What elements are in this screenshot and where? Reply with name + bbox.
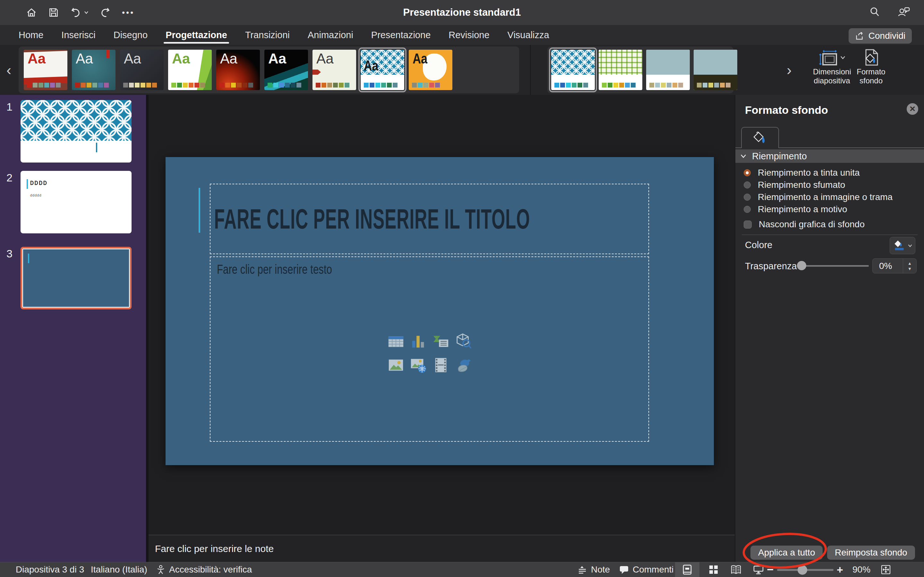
- fill-tab[interactable]: [741, 127, 779, 148]
- home-icon[interactable]: [26, 7, 37, 18]
- theme-aa-label: Aa: [268, 52, 286, 66]
- undo-icon[interactable]: [70, 7, 89, 18]
- slide-thumbnail-2[interactable]: DDDD ddddd: [21, 171, 132, 234]
- notes-toggle[interactable]: Note: [577, 564, 610, 575]
- slide-thumbnail-1[interactable]: [21, 100, 132, 163]
- transparency-value: 0%: [873, 261, 903, 271]
- insert-picture-icon[interactable]: [387, 356, 405, 374]
- fill-option-1[interactable]: Riempimento a tinta unita: [744, 167, 893, 179]
- normal-view-button[interactable]: [675, 562, 699, 577]
- fill-option-3[interactable]: Riempimento a immagine o trama: [744, 191, 893, 203]
- tab-animazioni[interactable]: Animazioni: [299, 25, 362, 45]
- theme-thumbnail-1[interactable]: Aa: [24, 50, 67, 90]
- theme-thumbnail-2[interactable]: Aa: [72, 50, 115, 90]
- tab-home[interactable]: Home: [10, 25, 52, 45]
- variant-thumbnail-4[interactable]: [694, 50, 737, 90]
- fill-option-4[interactable]: Riempimento a motivo: [744, 203, 893, 215]
- content-placeholder[interactable]: Fare clic per inserire testo: [210, 256, 649, 442]
- editing-canvas: FARE CLIC PER INSERIRE IL TITOLO Fare cl…: [149, 95, 735, 535]
- format-background-panel: Formato sfondo ✕ Riempimento Riempimento…: [735, 95, 924, 562]
- fill-option-2[interactable]: Riempimento sfumato: [744, 179, 893, 191]
- insert-3d-model-icon[interactable]: [454, 332, 473, 351]
- transparency-slider-track[interactable]: [800, 265, 869, 267]
- body-placeholder-text: Fare clic per inserire testo: [217, 262, 332, 277]
- theme-aa-label: Aa: [124, 52, 141, 66]
- theme-color-swatches: [220, 83, 253, 87]
- zoom-slider-thumb[interactable]: [798, 565, 807, 575]
- spinner-arrows-icon[interactable]: ▲▼: [903, 259, 916, 273]
- slide-sorter-view-button[interactable]: [701, 562, 726, 577]
- zoom-in-button[interactable]: +: [837, 564, 843, 576]
- notes-toggle-label: Note: [591, 564, 610, 575]
- theme-thumbnail-4[interactable]: Aa: [168, 50, 212, 90]
- theme-color-swatches: [697, 83, 730, 87]
- variant-thumbnail-3[interactable]: [646, 50, 690, 90]
- notes-area[interactable]: Fare clic per inserire le note: [149, 535, 735, 562]
- share-button[interactable]: Condividi: [849, 28, 912, 44]
- theme-thumbnail-7[interactable]: Aa: [312, 50, 356, 90]
- notes-placeholder: Fare clic per inserire le note: [149, 543, 274, 554]
- fill-section-label: Riempimento: [752, 151, 807, 161]
- reading-view-button[interactable]: [724, 562, 748, 577]
- reading-view-icon: [730, 565, 741, 574]
- redo-icon[interactable]: [99, 7, 111, 18]
- tab-presentazione[interactable]: Presentazione: [362, 25, 439, 45]
- tab-visualizza[interactable]: Visualizza: [499, 25, 558, 45]
- insert-chart-icon[interactable]: [409, 332, 428, 351]
- transparency-slider-thumb[interactable]: [797, 261, 806, 270]
- theme-thumbnail-6[interactable]: Aa: [264, 50, 308, 90]
- format-background-button[interactable]: Formato sfondo: [852, 47, 890, 85]
- radio-icon: [744, 206, 751, 213]
- slide-counter[interactable]: Diapositiva 3 di 3: [16, 564, 84, 575]
- variant-thumbnail-1[interactable]: [551, 50, 595, 90]
- reset-background-label: Reimposta sfondo: [835, 548, 907, 558]
- slide-thumbnail-3[interactable]: [21, 247, 132, 309]
- slide-number: 3: [6, 247, 13, 260]
- language-indicator[interactable]: Italiano (Italia): [91, 564, 147, 575]
- save-icon[interactable]: [48, 7, 59, 18]
- insert-video-icon[interactable]: [431, 356, 450, 374]
- gallery-scroll-right-icon[interactable]: ›: [787, 63, 792, 77]
- insert-table-icon[interactable]: [387, 332, 405, 351]
- insert-stock-icons-icon[interactable]: [454, 356, 473, 374]
- comments-toggle[interactable]: Commenti: [619, 564, 674, 575]
- theme-thumbnail-5[interactable]: Aa: [216, 50, 260, 90]
- zoom-level[interactable]: 90%: [853, 564, 871, 575]
- tab-progettazione[interactable]: Progettazione: [157, 25, 236, 45]
- transparency-spinbox[interactable]: 0% ▲▼: [872, 258, 917, 274]
- slide-thumbnail-panel: 1 2 DDDD ddddd 3: [0, 95, 149, 562]
- fill-section-header[interactable]: Riempimento: [735, 149, 924, 163]
- variant-thumbnail-2[interactable]: [599, 50, 642, 90]
- tab-inserisci[interactable]: Inserisci: [52, 25, 104, 45]
- theme-thumbnail-3[interactable]: Aa: [120, 50, 164, 90]
- slide-editing-area[interactable]: FARE CLIC PER INSERIRE IL TITOLO Fare cl…: [166, 157, 714, 465]
- more-commands-icon[interactable]: •••: [122, 8, 134, 18]
- tab-disegno[interactable]: Disegno: [105, 25, 157, 45]
- insert-smartart-icon[interactable]: [431, 332, 450, 351]
- presence-comments-icon[interactable]: [897, 6, 911, 19]
- apply-to-all-button[interactable]: Applica a tutto: [750, 546, 822, 560]
- zoom-out-button[interactable]: −: [767, 563, 774, 576]
- title-placeholder[interactable]: FARE CLIC PER INSERIRE IL TITOLO: [210, 184, 649, 254]
- fit-to-window-button[interactable]: [881, 564, 891, 575]
- theme-thumbnail-8[interactable]: Aa: [360, 50, 404, 90]
- hide-background-graphics-checkbox[interactable]: Nascondi grafica di sfondo: [744, 219, 865, 229]
- tab-revisione[interactable]: Revisione: [439, 25, 498, 45]
- tab-transizioni[interactable]: Transizioni: [236, 25, 299, 45]
- comments-toggle-label: Commenti: [633, 564, 674, 575]
- slide-size-button[interactable]: Dimensioni diapositiva: [813, 47, 851, 85]
- close-icon[interactable]: ✕: [907, 103, 918, 115]
- accessibility-status[interactable]: Accessibilità: verifica: [156, 564, 252, 575]
- theme-aa-label: Aa: [76, 52, 93, 66]
- theme-gallery: AaAaAaAaAaAaAaAaAa: [19, 47, 519, 93]
- color-picker-button[interactable]: [890, 237, 915, 254]
- theme-color-swatches: [602, 83, 636, 87]
- theme-thumbnail-9[interactable]: Aa: [409, 50, 452, 90]
- search-icon[interactable]: [869, 6, 880, 19]
- reset-background-button[interactable]: Reimposta sfondo: [827, 546, 915, 560]
- thumb2-title: DDDD: [30, 180, 47, 187]
- theme-color-swatches: [171, 83, 205, 87]
- insert-online-picture-icon[interactable]: [409, 356, 428, 374]
- text-cursor: [96, 143, 97, 152]
- gallery-scroll-left-icon[interactable]: ‹: [6, 63, 11, 77]
